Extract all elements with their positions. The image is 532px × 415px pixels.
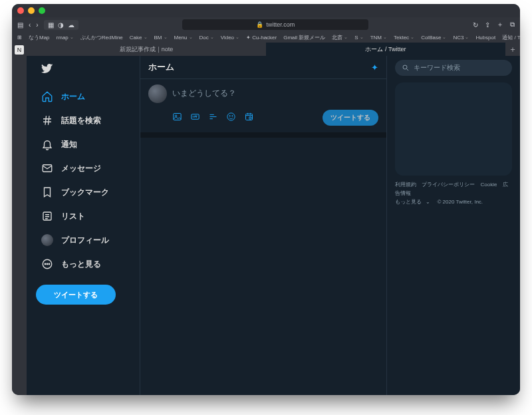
minimize-window-button[interactable] [28, 7, 35, 14]
compose-avatar[interactable] [148, 84, 167, 103]
tabs-icon[interactable]: ⧉ [510, 21, 515, 29]
poll-icon[interactable] [208, 112, 218, 124]
search-icon [402, 64, 410, 72]
add-icon[interactable]: ＋ [497, 20, 503, 29]
nav-label: メッセージ [61, 163, 101, 174]
bookmark-item[interactable]: Cake⌄ [130, 35, 148, 41]
page-title: ホーム [148, 61, 174, 73]
bookmark-item[interactable]: Gmail 新規メール [283, 34, 325, 41]
window-titlebar [12, 4, 520, 17]
bookmark-item[interactable]: NC3⌄ [453, 35, 469, 41]
tab-bar: 新規記事作成｜note ホーム / Twitter ＋ [27, 43, 520, 56]
sparkle-icon[interactable]: ✦ [371, 63, 378, 72]
footer-link[interactable]: 利用規約 [395, 182, 416, 188]
nav-home[interactable]: ホーム [35, 85, 140, 108]
search-placeholder: キーワード検索 [414, 63, 460, 72]
bookmark-item[interactable]: Menu⌄ [174, 35, 193, 41]
bookmark-item[interactable]: なうMap [29, 34, 50, 41]
nav-label: もっと見る [61, 259, 101, 270]
nav-lists[interactable]: リスト [35, 205, 140, 227]
schedule-icon[interactable] [244, 112, 254, 124]
svg-point-14 [403, 65, 407, 69]
bookmark-item[interactable]: ColBase⌄ [421, 35, 446, 41]
svg-rect-6 [174, 113, 181, 120]
gif-icon[interactable] [190, 112, 200, 124]
nav-messages[interactable]: メッセージ [35, 157, 140, 180]
footer-link[interactable]: プライバシーポリシー [422, 182, 475, 188]
tweet-button[interactable]: ツイートする [36, 285, 116, 305]
bookmark-item[interactable]: BM⌄ [154, 35, 168, 41]
bookmark-item[interactable]: 通知 / Twitter [502, 34, 520, 41]
sidebar-strip: N [12, 43, 27, 395]
nav-more[interactable]: もっと見る [35, 253, 140, 275]
search-input[interactable]: キーワード検索 [395, 60, 512, 76]
bookmark-item[interactable]: ぶんかつRedMine [80, 34, 123, 41]
svg-point-9 [227, 112, 235, 120]
nav-explore[interactable]: 話題を検索 [35, 109, 140, 132]
close-window-button[interactable] [17, 7, 24, 14]
ext2-icon[interactable]: ◑ [58, 21, 64, 29]
svg-point-5 [49, 263, 50, 265]
nav-label: ブックマーク [61, 187, 109, 198]
svg-point-4 [47, 263, 48, 265]
bookmark-item[interactable]: Tektec⌄ [394, 35, 414, 41]
forward-icon[interactable]: › [36, 21, 38, 29]
svg-point-11 [232, 115, 233, 116]
compose-tweet-button[interactable]: ツイートする [323, 110, 378, 126]
share-icon[interactable]: ⇪ [485, 21, 490, 29]
sidebar-icon[interactable]: ▤ [17, 21, 23, 29]
svg-point-3 [45, 263, 46, 265]
zoom-window-button[interactable] [39, 7, 45, 14]
tab-twitter[interactable]: ホーム / Twitter [266, 43, 505, 56]
new-tab-button[interactable]: ＋ [505, 43, 520, 56]
bookmark-icon [41, 186, 53, 198]
more-icon [41, 258, 53, 270]
avatar-icon [41, 234, 53, 246]
bookmark-item[interactable]: Hubspot [475, 35, 495, 41]
image-icon[interactable] [172, 112, 182, 124]
address-bar[interactable]: 🔒 twitter.com [182, 19, 368, 30]
trends-panel [395, 82, 512, 176]
emoji-icon[interactable] [226, 112, 236, 124]
footer-link[interactable]: もっと見る [395, 199, 422, 205]
bookmark-item[interactable]: TNM⌄ [370, 35, 387, 41]
nav-bookmarks[interactable]: ブックマーク [35, 181, 140, 204]
bookmark-item[interactable]: ✦ Cu-hacker [246, 35, 277, 41]
right-column: キーワード検索 利用規約 プライバシーポリシー Cookie 広告情報 もっと見… [387, 56, 520, 395]
twitter-nav: ホーム 話題を検索 通知 メッセージ [27, 56, 140, 395]
bell-icon [41, 138, 53, 150]
twitter-logo-icon[interactable] [35, 61, 140, 85]
twitter-page: ホーム 話題を検索 通知 メッセージ [27, 56, 520, 395]
compose-input[interactable]: いまどうしてる？ [172, 84, 236, 99]
bookmark-item[interactable]: S⌄ [354, 35, 363, 41]
browser-window: ▤ ‹ › ▦ ◑ ☁ 🔒 twitter.com ↻ ⇪ ＋ ⧉ ⊞ なうMa… [12, 4, 520, 395]
back-icon[interactable]: ‹ [29, 21, 31, 29]
bookmark-item[interactable]: rmap⌄ [57, 35, 74, 41]
timeline-header: ホーム ✦ [140, 56, 386, 78]
bookmark-item[interactable]: Doc⌄ [200, 35, 214, 41]
footer-link[interactable]: Cookie [480, 182, 497, 188]
address-url: twitter.com [266, 21, 295, 28]
reload-icon[interactable]: ↻ [473, 21, 478, 29]
ext1-icon[interactable]: ▦ [48, 21, 54, 29]
bookmarks-menu-icon[interactable]: ⊞ [17, 35, 22, 41]
traffic-lights [17, 7, 45, 14]
lock-icon: 🔒 [256, 21, 263, 28]
compose-box: いまどうしてる？ ツイートする [140, 78, 386, 138]
mail-icon [41, 162, 53, 174]
notion-app-icon[interactable]: N [15, 45, 24, 55]
bookmark-item[interactable]: 北斎⌄ [332, 34, 348, 41]
ext3-icon[interactable]: ☁ [68, 21, 74, 29]
tab-note[interactable]: 新規記事作成｜note [27, 43, 266, 56]
bookmark-item[interactable]: Video⌄ [221, 35, 239, 41]
extension-group: ▦ ◑ ☁ [44, 20, 78, 30]
hash-icon [41, 114, 53, 126]
address-bar-container: 🔒 twitter.com [85, 19, 466, 30]
bookmarks-bar: ⊞ なうMap rmap⌄ ぶんかつRedMine Cake⌄ BM⌄ Menu… [12, 32, 520, 43]
nav-profile[interactable]: プロフィール [35, 229, 140, 251]
svg-point-10 [229, 115, 230, 116]
chevron-down-icon: ⌄ [426, 199, 430, 205]
nav-notifications[interactable]: 通知 [35, 133, 140, 156]
list-icon [41, 210, 53, 222]
nav-label: 通知 [61, 139, 77, 150]
